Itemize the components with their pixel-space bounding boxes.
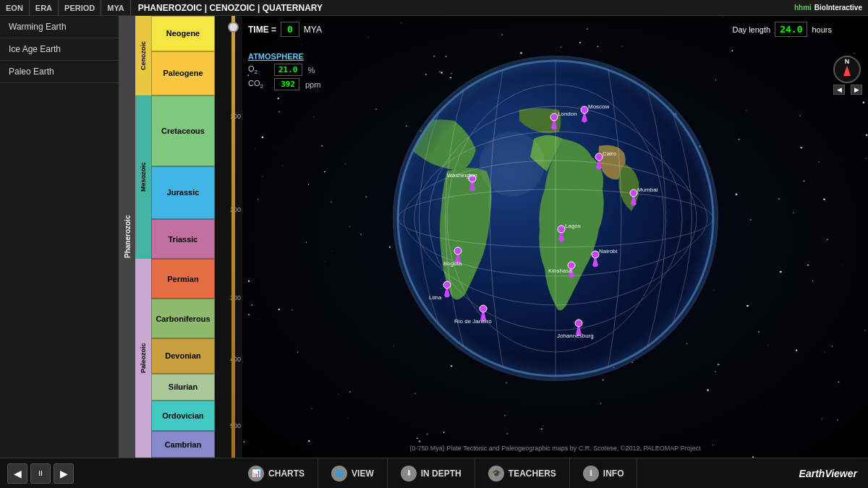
svg-point-116: [824, 351, 825, 352]
svg-point-169: [807, 265, 809, 266]
info-nav-item[interactable]: ℹ INFO: [570, 458, 638, 489]
svg-point-137: [739, 139, 740, 140]
period-triassic[interactable]: Triassic: [151, 219, 215, 259]
compass-nav-right[interactable]: ▶: [851, 85, 862, 95]
teachers-label: TEACHERS: [509, 468, 556, 479]
svg-point-131: [258, 199, 258, 200]
charts-label: CHARTS: [268, 468, 305, 479]
svg-point-211: [550, 114, 558, 121]
paleozoic-era-label: Paleozoic: [135, 259, 151, 458]
time-display: TIME = 0 MYA: [248, 22, 322, 37]
day-length-unit: hours: [812, 25, 832, 34]
svg-point-91: [401, 22, 401, 23]
svg-point-113: [313, 116, 315, 118]
playback-controls: ◀ ⏸ ▶: [0, 463, 74, 484]
svg-point-141: [864, 330, 865, 330]
o2-value: 21.0: [274, 64, 302, 76]
o2-formula: O2: [248, 64, 268, 75]
svg-point-4: [746, 305, 749, 307]
compass-nav-left[interactable]: ◀: [833, 85, 845, 95]
svg-point-162: [866, 158, 867, 159]
svg-point-97: [306, 242, 307, 243]
period-devonian[interactable]: Devonian: [151, 338, 215, 374]
svg-point-17: [501, 34, 503, 35]
svg-point-233: [443, 281, 451, 288]
svg-point-83: [419, 440, 421, 442]
svg-point-177: [750, 219, 752, 221]
svg-point-112: [359, 233, 360, 234]
svg-point-189: [799, 115, 800, 116]
atmosphere-panel: ATMOSPHERE O2 21.0 % CO2 392 ppm: [248, 52, 320, 93]
period-cambrian[interactable]: Cambrian: [151, 431, 215, 458]
svg-point-156: [427, 433, 428, 435]
svg-point-126: [839, 404, 840, 405]
co2-row: CO2 392 ppm: [248, 78, 320, 90]
svg-point-55: [244, 442, 245, 443]
svg-point-16: [332, 251, 333, 252]
svg-point-86: [367, 37, 368, 38]
period-jurassic[interactable]: Jurassic: [151, 166, 215, 219]
prev-button[interactable]: ◀: [7, 463, 27, 484]
sidebar-item-paleo-earth[interactable]: Paleo Earth: [0, 61, 119, 83]
day-length-value: 24.0: [775, 22, 807, 37]
charts-nav-item[interactable]: 📊 CHARTS: [235, 458, 318, 489]
period-column: NeogenePaleogeneCretaceousJurassicTriass…: [151, 16, 216, 458]
in-depth-label: IN DEPTH: [421, 468, 461, 479]
svg-point-61: [800, 111, 801, 111]
eon-column: Phanerozoic: [119, 16, 135, 458]
compass: N ◀ ▶: [833, 56, 862, 85]
compass-circle: N: [833, 56, 861, 83]
svg-point-182: [345, 163, 346, 164]
svg-point-168: [600, 403, 602, 404]
geological-time-scale: Phanerozoic Cenozoic Mesozoic Paleozoic …: [119, 16, 242, 458]
svg-point-215: [595, 153, 603, 160]
sidebar-item-warming-earth[interactable]: Warming Earth: [0, 16, 119, 38]
svg-point-71: [251, 304, 252, 306]
svg-point-139: [541, 429, 542, 430]
svg-point-221: [592, 251, 599, 258]
svg-point-194: [866, 134, 868, 137]
co2-unit: ppm: [305, 80, 320, 89]
svg-point-2: [255, 148, 255, 149]
period-ordovician[interactable]: Ordovician: [151, 401, 215, 432]
time-label: TIME =: [248, 25, 276, 35]
svg-point-210: [480, 132, 545, 197]
svg-point-47: [360, 234, 362, 235]
svg-point-123: [348, 418, 349, 419]
globe[interactable]: London Moscow Cairo Mumbai: [375, 38, 736, 399]
svg-point-217: [630, 189, 637, 197]
period-neogene[interactable]: Neogene: [151, 16, 215, 51]
svg-point-34: [308, 184, 309, 184]
period-cretaceous[interactable]: Cretaceous: [151, 95, 215, 166]
svg-point-179: [339, 394, 339, 395]
period-carboniferous[interactable]: Carboniferous: [151, 299, 215, 338]
teachers-icon: 🎓: [488, 466, 504, 481]
sidebar-item-ice-age-earth[interactable]: Ice Age Earth: [0, 38, 119, 61]
time-slider[interactable]: [228, 16, 239, 458]
period-paleogene[interactable]: Paleogene: [151, 51, 215, 95]
in-depth-nav-item[interactable]: ⬇ IN DEPTH: [388, 458, 475, 489]
svg-point-155: [854, 53, 854, 53]
era-column: Cenozoic Mesozoic Paleozoic: [135, 16, 151, 458]
period-permian[interactable]: Permian: [151, 259, 215, 299]
teachers-nav-item[interactable]: 🎓 TEACHERS: [475, 458, 570, 489]
view-nav-item[interactable]: 🌐 VIEW: [318, 458, 388, 489]
biointeractive-logo: BioInteractive: [814, 4, 868, 12]
svg-text:Lagos: Lagos: [565, 223, 581, 229]
svg-point-167: [766, 409, 767, 410]
slider-thumb[interactable]: [228, 22, 239, 33]
period-silurian[interactable]: Silurian: [151, 374, 215, 401]
svg-point-196: [819, 161, 820, 163]
cenozoic-era-label: Cenozoic: [135, 16, 151, 95]
globe-container[interactable]: London Moscow Cairo Mumbai: [375, 38, 736, 399]
page-title: PHANEROZOIC | CENOZOIC | QUATERNARY: [131, 3, 794, 13]
svg-point-110: [823, 198, 825, 200]
in-depth-icon: ⬇: [401, 466, 417, 481]
day-length-label: Day length: [733, 25, 771, 34]
svg-point-80: [349, 226, 351, 227]
view-label: VIEW: [352, 468, 374, 479]
pause-button[interactable]: ⏸: [30, 463, 51, 484]
eon-column-header: EON: [0, 0, 30, 15]
next-button[interactable]: ▶: [54, 463, 74, 484]
svg-point-130: [367, 252, 367, 253]
